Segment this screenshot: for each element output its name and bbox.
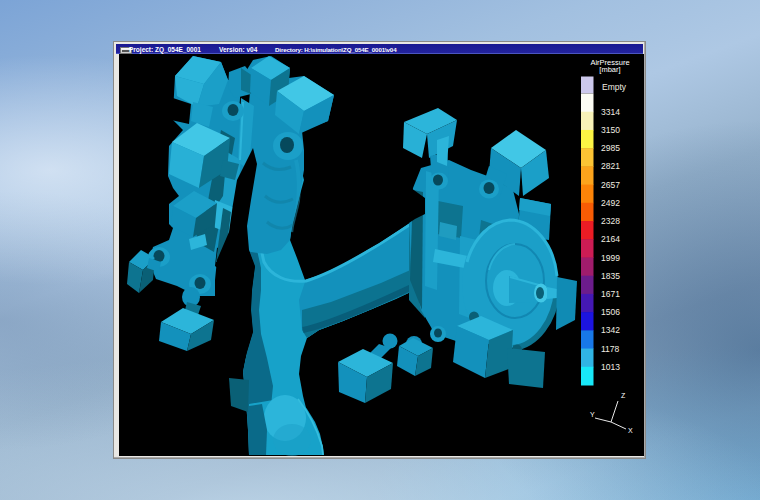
svg-text:1835: 1835 [601,271,620,281]
svg-text:1342: 1342 [601,325,620,335]
svg-text:1999: 1999 [601,253,620,263]
svg-text:2164: 2164 [601,234,620,244]
svg-text:[mbar]: [mbar] [599,65,620,74]
svg-text:3150: 3150 [601,125,620,135]
svg-text:Y: Y [590,411,595,418]
svg-text:1178: 1178 [601,344,620,354]
svg-text:2821: 2821 [601,161,620,171]
svg-text:2328: 2328 [601,216,620,226]
svg-text:1671: 1671 [601,289,620,299]
svg-text:Z: Z [621,392,626,399]
svg-text:Empty: Empty [602,82,627,92]
svg-text:2492: 2492 [601,198,620,208]
svg-text:3314: 3314 [601,107,620,117]
svg-text:1506: 1506 [601,307,620,317]
svg-text:X: X [628,427,633,434]
svg-text:2657: 2657 [601,180,620,190]
svg-text:2985: 2985 [601,143,620,153]
svg-text:1013: 1013 [601,362,620,372]
